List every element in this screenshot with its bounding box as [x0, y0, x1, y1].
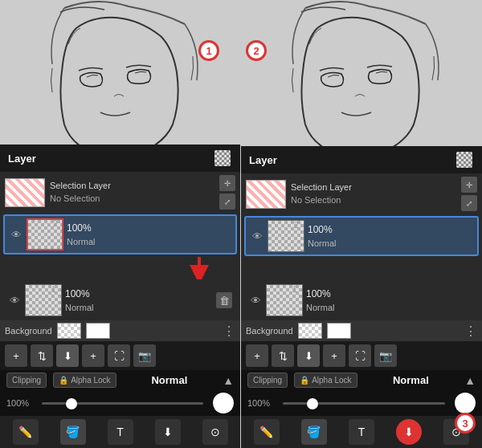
left-panel: Layer Selection Layer No Selection ✛ ⤢ 2…: [0, 0, 241, 448]
right-selection-thumb: [246, 180, 286, 209]
left-alpha-lock-label: Alpha Lock: [71, 376, 110, 385]
left-layer-2-info: 100% Normal: [67, 221, 231, 249]
left-zoom-pct: 100%: [6, 398, 37, 408]
right-layer-1-row[interactable]: 1 👁 100% Normal: [244, 282, 479, 319]
right-bottom-toolbar: + ⇅ ⬇ + ⛶ 📷: [241, 341, 482, 370]
left-move-icon[interactable]: ✛: [219, 175, 235, 191]
left-mask-btn[interactable]: ⛶: [108, 344, 130, 367]
left-no-selection-label: No Selection: [50, 193, 214, 205]
left-layer-1-thumb: [25, 284, 62, 316]
left-selection-layer-label: Selection Layer: [50, 180, 214, 192]
left-fill-btn[interactable]: 🪣: [60, 419, 86, 445]
right-pen-btn[interactable]: ✏️: [254, 419, 280, 445]
left-layer-1-trash[interactable]: 🗑: [216, 292, 232, 308]
left-stamp-btn[interactable]: ⊙: [202, 419, 228, 445]
left-alpha-lock-btn[interactable]: 🔒 Alpha Lock: [53, 373, 116, 388]
right-bg-thumb: [298, 323, 322, 339]
right-alpha-lock-btn[interactable]: 🔒 Alpha Lock: [294, 373, 357, 388]
right-badge-3: 3: [455, 413, 476, 434]
left-selection-info: Selection Layer No Selection: [50, 180, 214, 205]
left-layer-2-eye[interactable]: 👁: [11, 229, 22, 241]
right-sketch-svg: [241, 0, 482, 146]
left-dots-btn[interactable]: ⋮: [223, 324, 235, 339]
right-dots-btn[interactable]: ⋮: [464, 324, 477, 339]
right-camera-btn[interactable]: 📷: [374, 344, 397, 367]
right-circle-btn[interactable]: [455, 393, 476, 413]
right-layer-1-num: 1: [292, 285, 297, 294]
left-badge-1: 1: [198, 40, 219, 61]
right-layer-header-icons: [455, 150, 474, 169]
left-sketch-svg: [0, 0, 240, 145]
left-layer-panel: Layer Selection Layer No Selection ✛ ⤢ 2…: [0, 145, 240, 448]
left-blend-mode[interactable]: Normal: [123, 374, 217, 386]
right-layer-2-info: 100% Normal: [308, 222, 472, 250]
grid-icon-left[interactable]: [214, 150, 231, 166]
right-layer-2-opacity: 100%: [308, 222, 472, 237]
right-mask-btn[interactable]: ⛶: [349, 344, 371, 367]
right-layer-panel: Layer Selection Layer No Selection ✛ ⤢ 2…: [241, 146, 482, 448]
right-bg-label: Background: [246, 326, 293, 336]
left-zoom-dot: [66, 398, 77, 409]
svg-rect-0: [0, 0, 240, 145]
left-layer-1-info: 100% Normal: [65, 287, 213, 315]
left-circle-btn[interactable]: [213, 393, 234, 413]
left-chevron-up[interactable]: ▲: [223, 374, 234, 387]
right-chevron-up[interactable]: ▲: [464, 374, 476, 387]
left-zoom-slider[interactable]: [42, 402, 203, 405]
left-layer-2-opacity: 100%: [67, 221, 231, 235]
left-layer-2-thumb: [27, 218, 63, 250]
right-move-icon[interactable]: ✛: [461, 177, 477, 193]
right-lock-icon: 🔒: [300, 376, 309, 385]
left-bg-thumb2: [86, 323, 110, 339]
right-selection-right-icons: ✛ ⤢: [461, 177, 477, 211]
left-camera-btn[interactable]: 📷: [133, 344, 156, 367]
right-add-btn2[interactable]: +: [323, 344, 345, 367]
left-selection-right-icons: ✛ ⤢: [219, 175, 235, 210]
left-add-btn2[interactable]: +: [82, 344, 104, 367]
right-layer-2-row[interactable]: 2 👁 100% Normal: [244, 216, 479, 256]
left-layer-2-mode: Normal: [67, 235, 231, 249]
right-fill-btn[interactable]: 🪣: [301, 419, 327, 445]
right-arrange-btn[interactable]: ⇅: [272, 344, 294, 367]
left-download-btn[interactable]: ⬇: [56, 344, 79, 367]
left-layer-1-row[interactable]: 1 👁 100% Normal 🗑: [3, 282, 237, 319]
right-alpha-lock-label: Alpha Lock: [312, 376, 351, 385]
right-zoom-slider[interactable]: [283, 402, 445, 405]
left-layer-2-row[interactable]: 2 👁 100% Normal: [3, 214, 237, 255]
right-layer-2-mode: Normal: [308, 237, 472, 250]
right-layer-1-eye[interactable]: 👁: [251, 295, 261, 307]
left-clipping-btn[interactable]: Clipping: [6, 373, 47, 388]
right-add-layer-btn[interactable]: +: [246, 344, 268, 367]
left-bg-thumb: [57, 323, 81, 339]
right-down-arrow-btn[interactable]: ⬇: [396, 419, 422, 445]
left-bottom-toolbar: + ⇅ ⬇ + ⛶ 📷: [0, 341, 240, 370]
left-layer-1-eye[interactable]: 👁: [10, 295, 20, 307]
right-download-btn[interactable]: ⬇: [297, 344, 320, 367]
right-layer-1-thumb: [266, 284, 303, 316]
grid-icon-right[interactable]: [456, 152, 472, 168]
left-arrange-btn[interactable]: ⇅: [31, 344, 53, 367]
left-sketch-area: [0, 0, 240, 145]
right-layer-2-eye[interactable]: 👁: [252, 230, 263, 242]
right-sketch-area: [241, 0, 482, 146]
left-bg-row: Background ⋮: [0, 320, 240, 341]
left-lock-icon: 🔒: [59, 376, 68, 385]
right-layer-1-info: 100% Normal: [306, 287, 474, 315]
right-layer-2-thumb: [268, 220, 304, 252]
right-selection-layer-label: Selection Layer: [291, 181, 456, 193]
right-layer-2-num: 2: [294, 221, 299, 230]
left-pen-btn[interactable]: ✏️: [13, 419, 39, 445]
left-text-btn[interactable]: T: [108, 419, 133, 445]
right-blend-mode[interactable]: Normal: [364, 374, 459, 386]
left-bg-label: Background: [5, 326, 52, 336]
right-zoom-bar: 100%: [241, 390, 482, 416]
right-transform-icon[interactable]: ⤢: [461, 195, 477, 211]
right-text-btn[interactable]: T: [349, 419, 374, 445]
left-transform-icon[interactable]: ⤢: [219, 193, 235, 210]
left-add-layer-btn[interactable]: +: [5, 344, 27, 367]
right-clipping-btn[interactable]: Clipping: [247, 373, 288, 388]
left-selection-thumb: [5, 178, 45, 207]
right-panel: Layer Selection Layer No Selection ✛ ⤢ 2…: [241, 0, 482, 448]
left-layer-1-opacity: 100%: [65, 287, 213, 301]
left-down-arrow-btn[interactable]: ⬇: [155, 419, 181, 445]
